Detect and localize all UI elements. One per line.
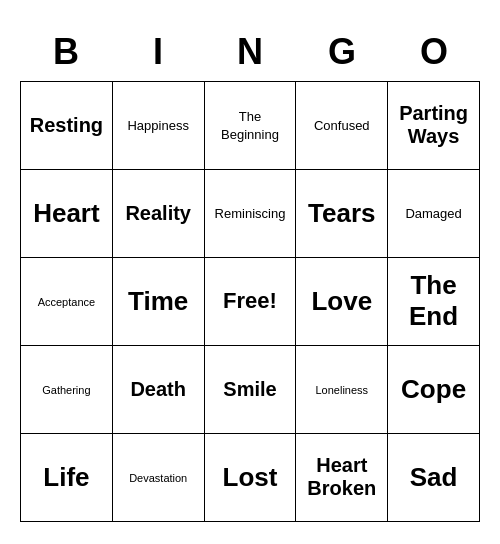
cell-r3-c1: Death <box>112 345 204 433</box>
cell-text-r2-c0: Acceptance <box>38 296 95 308</box>
cell-r1-c3: Tears <box>296 169 388 257</box>
cell-text-r3-c1: Death <box>130 378 186 400</box>
cell-text-r3-c3: Loneliness <box>315 384 368 396</box>
cell-text-r4-c1: Devastation <box>129 472 187 484</box>
cell-text-r0-c3: Confused <box>314 118 370 133</box>
cell-text-r0-c0: Resting <box>30 114 103 136</box>
cell-text-r4-c3: Heart Broken <box>307 454 376 499</box>
cell-text-r1-c1: Reality <box>125 202 191 224</box>
cell-text-r3-c4: Cope <box>401 374 466 404</box>
cell-r1-c0: Heart <box>21 169 113 257</box>
cell-text-r2-c4: The End <box>409 270 458 331</box>
cell-r0-c4: Parting Ways <box>388 81 480 169</box>
cell-text-r4-c2: Lost <box>223 462 278 492</box>
header-letter-O: O <box>388 23 480 81</box>
cell-text-r1-c0: Heart <box>33 198 99 228</box>
cell-r3-c3: Loneliness <box>296 345 388 433</box>
cell-text-r1-c4: Damaged <box>405 206 461 221</box>
header-letter-G: G <box>296 23 388 81</box>
cell-r3-c0: Gathering <box>21 345 113 433</box>
cell-r3-c4: Cope <box>388 345 480 433</box>
cell-r3-c2: Smile <box>204 345 296 433</box>
cell-r0-c0: Resting <box>21 81 113 169</box>
cell-r0-c2: The Beginning <box>204 81 296 169</box>
cell-text-r3-c2: Smile <box>223 378 276 400</box>
cell-text-r0-c2: The Beginning <box>221 109 279 142</box>
cell-r2-c0: Acceptance <box>21 257 113 345</box>
cell-r1-c1: Reality <box>112 169 204 257</box>
bingo-header: BINGO <box>20 23 480 81</box>
cell-r4-c3: Heart Broken <box>296 433 388 521</box>
header-letter-N: N <box>204 23 296 81</box>
cell-r2-c2: Free! <box>204 257 296 345</box>
cell-r4-c1: Devastation <box>112 433 204 521</box>
cell-r1-c2: Reminiscing <box>204 169 296 257</box>
cell-r2-c1: Time <box>112 257 204 345</box>
cell-text-r4-c0: Life <box>43 462 89 492</box>
cell-r0-c3: Confused <box>296 81 388 169</box>
cell-r4-c4: Sad <box>388 433 480 521</box>
cell-r4-c2: Lost <box>204 433 296 521</box>
bingo-grid: RestingHappinessThe BeginningConfusedPar… <box>20 81 480 522</box>
cell-text-r2-c2: Free! <box>223 288 277 313</box>
cell-text-r2-c3: Love <box>311 286 372 316</box>
cell-r2-c3: Love <box>296 257 388 345</box>
cell-text-r1-c3: Tears <box>308 198 375 228</box>
cell-text-r0-c4: Parting Ways <box>399 102 468 147</box>
cell-text-r0-c1: Happiness <box>127 118 188 133</box>
cell-r4-c0: Life <box>21 433 113 521</box>
header-letter-I: I <box>112 23 204 81</box>
cell-text-r3-c0: Gathering <box>42 384 90 396</box>
cell-r2-c4: The End <box>388 257 480 345</box>
cell-r0-c1: Happiness <box>112 81 204 169</box>
cell-text-r2-c1: Time <box>128 286 188 316</box>
cell-r1-c4: Damaged <box>388 169 480 257</box>
header-letter-B: B <box>20 23 112 81</box>
cell-text-r4-c4: Sad <box>410 462 458 492</box>
cell-text-r1-c2: Reminiscing <box>215 206 286 221</box>
